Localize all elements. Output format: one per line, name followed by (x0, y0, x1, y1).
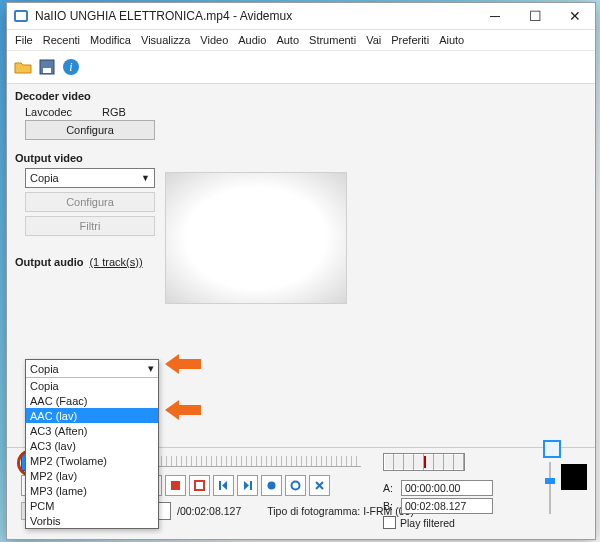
svg-rect-12 (250, 481, 252, 490)
vu-toggle[interactable] (543, 440, 561, 458)
save-icon[interactable] (37, 57, 57, 77)
right-controls: A: 00:00:00.00 B: 00:02:08.127 Play filt… (383, 448, 583, 539)
info-icon[interactable]: i (61, 57, 81, 77)
menu-preferiti[interactable]: Preferiti (391, 34, 429, 46)
toolbar: i (7, 51, 595, 84)
app-window: NaIIO UNGHIA ELETTRONICA.mp4 - Avidemux … (6, 2, 596, 540)
volume-thumb[interactable] (545, 478, 555, 484)
output-video-config-button[interactable]: Configura (25, 192, 155, 212)
menu-vai[interactable]: Vai (366, 34, 381, 46)
menu-file[interactable]: File (15, 34, 33, 46)
annotation-arrow-icon (165, 400, 201, 420)
menu-audio[interactable]: Audio (238, 34, 266, 46)
goto-start-button[interactable] (213, 475, 234, 496)
svg-rect-11 (219, 481, 221, 490)
dropdown-option[interactable]: MP2 (lav) (26, 468, 158, 483)
dropdown-option[interactable]: MP2 (Twolame) (26, 453, 158, 468)
titlebar: NaIIO UNGHIA ELETTRONICA.mp4 - Avidemux … (7, 3, 595, 30)
svg-text:i: i (69, 60, 72, 74)
menu-strumenti[interactable]: Strumenti (309, 34, 356, 46)
output-audio-selected[interactable]: Copia ▾ (26, 360, 158, 378)
dropdown-option[interactable]: Vorbis (26, 513, 158, 528)
volume-slider[interactable] (547, 462, 553, 514)
menu-auto[interactable]: Auto (276, 34, 299, 46)
app-icon (13, 8, 29, 24)
chevron-down-icon: ▾ (148, 362, 154, 375)
svg-rect-9 (171, 481, 180, 490)
time-duration: /00:02:08.127 (177, 505, 241, 517)
prev-black-button[interactable] (261, 475, 282, 496)
set-a-button[interactable] (165, 475, 186, 496)
output-video-combo[interactable]: Copia ▼ (25, 168, 155, 188)
thumbnail-box (561, 464, 587, 490)
window-title: NaIIO UNGHIA ELETTRONICA.mp4 - Avidemux (35, 9, 475, 23)
dropdown-option[interactable]: MP3 (lame) (26, 483, 158, 498)
decoder-rgb: RGB (102, 106, 126, 118)
svg-rect-10 (195, 481, 204, 490)
delete-button[interactable] (309, 475, 330, 496)
menu-visualizza[interactable]: Visualizza (141, 34, 190, 46)
content-area: Decoder video Lavcodec RGB Configura Out… (7, 84, 595, 447)
output-video-filtri-button[interactable]: Filtri (25, 216, 155, 236)
track-count[interactable]: (1 track(s)) (89, 256, 142, 268)
svg-point-14 (292, 482, 300, 490)
set-b-button[interactable] (189, 475, 210, 496)
decoder-config-button[interactable]: Configura (25, 120, 155, 140)
chevron-down-icon: ▼ (141, 173, 150, 183)
menu-modifica[interactable]: Modifica (90, 34, 131, 46)
svg-rect-3 (43, 68, 51, 73)
dropdown-option[interactable]: AC3 (Aften) (26, 423, 158, 438)
maximize-button[interactable]: ☐ (515, 3, 555, 29)
menubar: File Recenti Modifica Visualizza Video A… (7, 30, 595, 51)
output-video-label: Output video (15, 152, 587, 164)
video-preview (165, 172, 347, 304)
play-filtered-checkbox[interactable]: Play filtered (383, 516, 455, 529)
goto-end-button[interactable] (237, 475, 258, 496)
svg-point-13 (268, 482, 276, 490)
marker-b-label: B: (383, 500, 393, 512)
audio-level-meter (383, 453, 465, 471)
checkbox-icon[interactable] (383, 516, 396, 529)
dropdown-option[interactable]: Copia (26, 378, 158, 393)
dropdown-option[interactable]: AAC (lav) (26, 408, 158, 423)
decoder-lav: Lavcodec (25, 106, 72, 118)
dropdown-option[interactable]: PCM (26, 498, 158, 513)
menu-video[interactable]: Video (200, 34, 228, 46)
output-audio-dropdown[interactable]: Copia ▾ CopiaAAC (Faac)AAC (lav)AC3 (Aft… (25, 359, 159, 529)
output-video-value: Copia (30, 172, 59, 184)
minimize-button[interactable]: ─ (475, 3, 515, 29)
marker-b-value[interactable]: 00:02:08.127 (401, 498, 493, 514)
open-icon[interactable] (13, 57, 33, 77)
marker-a-label: A: (383, 482, 393, 494)
next-black-button[interactable] (285, 475, 306, 496)
dropdown-option[interactable]: AAC (Faac) (26, 393, 158, 408)
decoder-label: Decoder video (15, 90, 587, 102)
dropdown-option[interactable]: AC3 (lav) (26, 438, 158, 453)
menu-recenti[interactable]: Recenti (43, 34, 80, 46)
marker-a-value[interactable]: 00:00:00.00 (401, 480, 493, 496)
annotation-arrow-icon (165, 354, 201, 374)
menu-aiuto[interactable]: Aiuto (439, 34, 464, 46)
close-button[interactable]: ✕ (555, 3, 595, 29)
svg-rect-1 (16, 12, 26, 20)
